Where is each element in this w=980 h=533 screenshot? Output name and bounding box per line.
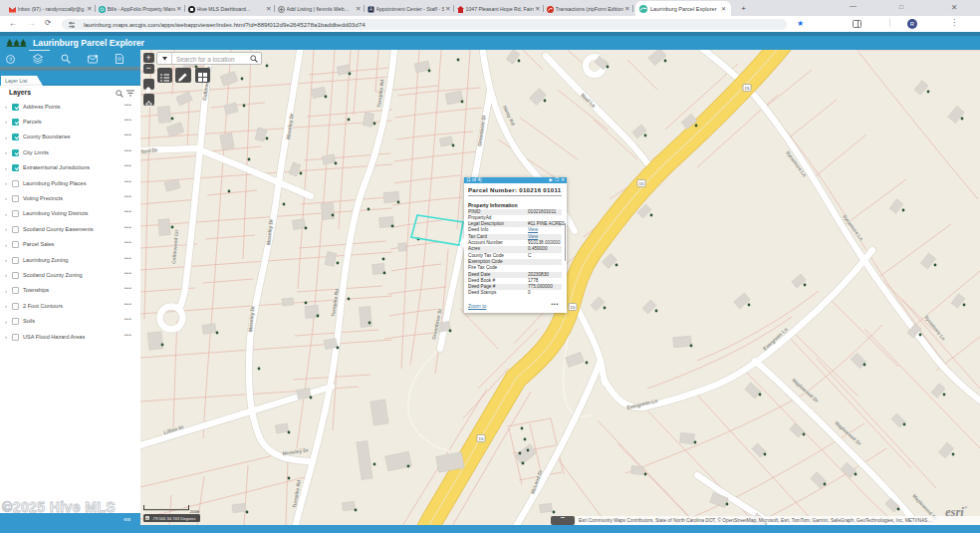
- svg-text:15: 15: [639, 181, 644, 186]
- svg-text:15: 15: [571, 305, 576, 310]
- svg-text:?: ?: [9, 56, 13, 62]
- svg-text:A: A: [369, 7, 372, 12]
- svg-text:15: 15: [479, 436, 484, 441]
- svg-text:15: 15: [745, 86, 750, 91]
